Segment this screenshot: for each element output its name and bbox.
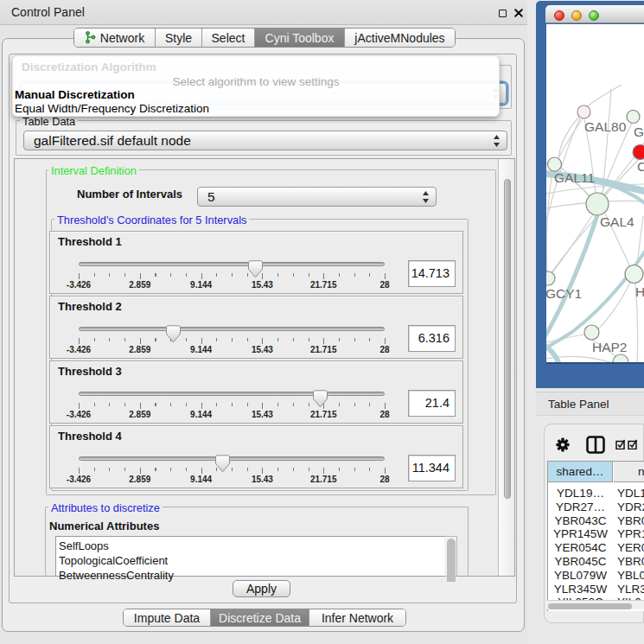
svg-text:GAL11: GAL11	[554, 170, 595, 185]
svg-text:GA: GA	[634, 124, 644, 139]
svg-text:C: C	[637, 159, 644, 174]
svg-text:GAL80: GAL80	[584, 119, 627, 134]
svg-text:GCY1: GCY1	[546, 286, 582, 301]
svg-text:GAL4: GAL4	[600, 214, 634, 229]
svg-text:HAP2: HAP2	[592, 340, 628, 354]
svg-text:H: H	[635, 284, 644, 299]
